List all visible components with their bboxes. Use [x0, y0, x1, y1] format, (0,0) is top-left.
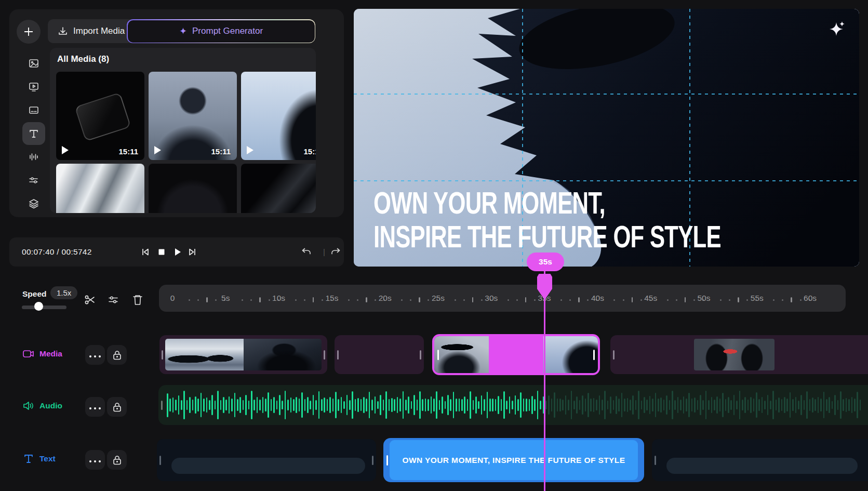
rail-item-captions[interactable] — [22, 99, 45, 122]
split-button[interactable] — [82, 292, 98, 308]
rail-item-adjust[interactable] — [22, 169, 45, 192]
text-track-more-button[interactable] — [85, 450, 105, 470]
waveform-bar — [688, 393, 690, 417]
trim-handle-left[interactable] — [159, 456, 161, 465]
media-clip-3-selected[interactable] — [432, 334, 600, 375]
speed-slider[interactable] — [22, 306, 66, 309]
trim-handle-left[interactable] — [337, 350, 339, 360]
waveform-bar — [467, 399, 469, 412]
timeline-ruler[interactable]: 05s10s15s20s25s30s35s40s45s50s55s60s — [159, 285, 846, 312]
trim-handle-left[interactable] — [613, 350, 615, 360]
audio-clip[interactable] — [158, 385, 868, 425]
clip-thumbnails — [434, 336, 598, 373]
speed-value-badge[interactable]: 1.5x — [50, 286, 77, 299]
waveform-bar — [545, 401, 547, 410]
waveform-bar — [725, 399, 727, 412]
waveform-bar — [268, 392, 269, 418]
trim-handle-right[interactable] — [593, 350, 595, 360]
waveform-bar — [282, 401, 283, 410]
speed-slider-thumb[interactable] — [34, 302, 43, 311]
preview-caption[interactable]: OWN YOUR MOMENT, INSPIRE THE FUTURE OF S… — [373, 187, 843, 254]
media-track-lock-button[interactable] — [107, 345, 127, 365]
library-thumb-helmet[interactable] — [149, 164, 237, 213]
trim-handle-right[interactable] — [420, 350, 421, 360]
media-clip-2[interactable] — [335, 335, 424, 374]
ruler-tick — [472, 297, 474, 302]
audio-track-more-button[interactable] — [85, 397, 105, 417]
download-icon — [58, 26, 68, 36]
waveform-bar — [197, 399, 199, 412]
library-thumb-dark-chrome[interactable] — [241, 164, 316, 213]
text-clip-1[interactable] — [157, 439, 376, 481]
waveform-bar — [624, 399, 625, 412]
play-icon — [154, 146, 161, 154]
trim-handle-right[interactable] — [324, 350, 325, 360]
media-clip-4[interactable] — [610, 335, 868, 374]
rail-item-text[interactable] — [22, 122, 45, 145]
waveform-bar — [186, 400, 188, 410]
adjust-button[interactable] — [105, 292, 121, 308]
playback-bar: 00:07:40 / 00:5742 | — [9, 237, 344, 267]
scissors-icon — [84, 294, 96, 306]
undo-button[interactable] — [299, 245, 314, 259]
play-button[interactable] — [170, 245, 185, 259]
caption-line-2: INSPIRE THE FUTURE OF STYLE — [373, 220, 721, 254]
text-clip-3[interactable] — [652, 439, 868, 481]
waveform-bar — [818, 397, 819, 413]
library-thumb-liquid-chrome[interactable] — [56, 164, 144, 213]
ruler-tick — [587, 299, 589, 301]
magic-sparkle-icon[interactable] — [829, 20, 846, 37]
waveform-bar — [800, 395, 802, 415]
ruler-tick — [463, 299, 465, 301]
waveform-bar — [607, 401, 609, 409]
more-dots-icon — [88, 402, 102, 412]
redo-button[interactable] — [328, 245, 343, 259]
playhead-time-badge[interactable]: 35s — [527, 253, 564, 271]
audio-track-lock-button[interactable] — [107, 397, 127, 417]
waveform-bar — [860, 400, 861, 411]
skip-back-button[interactable] — [138, 245, 153, 259]
library-thumb-portrait[interactable]: 15:11 — [149, 72, 237, 160]
ruler-label-0: 0 — [170, 294, 175, 303]
trim-handle-left[interactable] — [162, 350, 163, 360]
sliders-icon — [28, 175, 39, 186]
rail-item-video[interactable] — [22, 75, 45, 98]
waveform-bar — [683, 396, 685, 414]
library-thumb-esc-keycap[interactable]: 15:11 — [56, 72, 144, 160]
waveform-bar — [495, 399, 497, 411]
waveform-bar — [257, 397, 258, 413]
waveform-bar — [470, 391, 471, 419]
preview-canvas[interactable]: OWN YOUR MOMENT, INSPIRE THE FUTURE OF S… — [354, 9, 859, 267]
trim-handle-left[interactable] — [655, 456, 656, 465]
skip-forward-button[interactable] — [185, 245, 199, 259]
waveform-bar — [167, 393, 168, 417]
media-clip-1[interactable] — [159, 335, 327, 374]
playhead-line[interactable] — [544, 270, 545, 491]
library-thumb-vr-headset[interactable]: 15:11 — [241, 72, 316, 160]
waveform-bar — [767, 395, 769, 415]
media-track-more-button[interactable] — [85, 345, 105, 365]
waveform-bar — [360, 399, 362, 411]
text-track-lock-button[interactable] — [107, 450, 127, 470]
rail-item-audio[interactable] — [22, 145, 45, 168]
rail-item-images[interactable] — [22, 52, 45, 75]
rail-item-layers[interactable] — [22, 192, 45, 215]
ruler-tick — [206, 297, 208, 302]
waveform-bar — [554, 392, 555, 418]
waveform-bar — [669, 400, 671, 410]
text-track-name: Text — [39, 454, 56, 463]
import-media-button[interactable]: Import Media — [48, 19, 135, 43]
delete-button[interactable] — [130, 292, 145, 308]
trim-handle-right[interactable] — [372, 456, 373, 465]
library-header: All Media (8) — [57, 54, 109, 64]
waveform-bar — [621, 393, 623, 417]
waveform-bar — [464, 396, 465, 414]
trim-handle-left[interactable] — [437, 350, 439, 360]
text-clip-2-active[interactable]: OWN YOUR MOMENT, INSPIRE THE FUTURE OF S… — [383, 438, 644, 482]
waveform-bar — [526, 399, 527, 412]
waveform-bar — [792, 399, 794, 411]
trim-handle-left[interactable] — [386, 455, 388, 466]
stop-button[interactable] — [154, 245, 169, 259]
add-button[interactable] — [17, 20, 41, 44]
prompt-generator-button[interactable]: ✦ Prompt Generator — [127, 19, 315, 43]
